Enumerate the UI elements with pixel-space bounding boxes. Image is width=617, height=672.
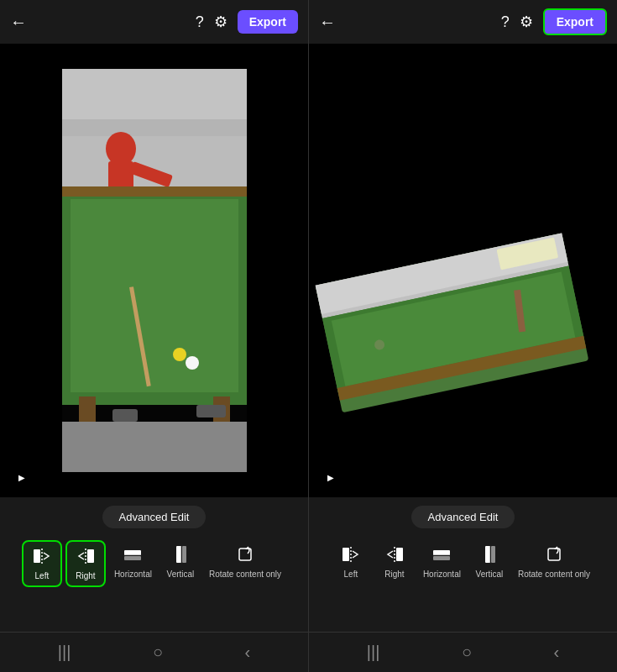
right-nav-back-icon[interactable]: ‹ — [554, 643, 560, 662]
left-nav: ||| ○ ‹ — [0, 633, 308, 672]
right-tool-label: Right — [76, 571, 95, 580]
svg-rect-51 — [491, 546, 495, 563]
svg-rect-39 — [182, 546, 186, 563]
right-flip-left-tool[interactable]: Left — [331, 540, 371, 584]
right-tools-row: Left Right — [309, 540, 617, 584]
right-flip-right-icon — [385, 545, 404, 566]
horizontal-tool-label: Horizontal — [114, 570, 152, 579]
right-video-content — [309, 44, 594, 447]
right-flip-right-tool[interactable]: Right — [374, 540, 415, 584]
left-flip-right-tool[interactable]: Right — [65, 540, 106, 587]
flip-left-icon — [33, 547, 51, 568]
left-play-button[interactable]: ▶ — [10, 465, 34, 489]
right-advanced-edit-button[interactable]: Advanced Edit — [411, 506, 515, 528]
left-settings-button[interactable]: ⚙ — [214, 13, 227, 31]
right-horizontal-icon — [432, 545, 451, 566]
svg-rect-43 — [342, 548, 349, 561]
right-settings-button[interactable]: ⚙ — [520, 13, 533, 31]
svg-rect-31 — [34, 549, 40, 563]
right-panel: ← ? ⚙ Export — [308, 0, 617, 497]
left-back-button[interactable]: ← — [10, 13, 27, 32]
left-header-icons: ? ⚙ Export — [196, 10, 298, 34]
right-back-button[interactable]: ← — [319, 13, 336, 32]
right-rotate-content-label: Rotate content only — [518, 570, 590, 579]
left-video-area: ▶ — [0, 44, 308, 497]
right-horizontal-tool[interactable]: Horizontal — [418, 540, 466, 584]
left-tool-label: Left — [35, 571, 50, 580]
right-flip-left-icon — [342, 545, 360, 566]
svg-rect-33 — [87, 549, 94, 563]
svg-rect-20 — [309, 44, 594, 254]
nav-bar: ||| ○ ‹ ||| ○ ‹ — [0, 632, 617, 672]
right-nav: ||| ○ ‹ — [308, 633, 617, 672]
main-panels: ← ? ⚙ Export — [0, 0, 617, 497]
left-advanced-edit-button[interactable]: Advanced Edit — [102, 506, 207, 528]
right-header: ← ? ⚙ Export — [309, 0, 617, 44]
vertical-icon — [171, 545, 190, 566]
left-panel: ← ? ⚙ Export — [0, 0, 308, 497]
right-play-button[interactable]: ▶ — [319, 465, 342, 489]
right-vertical-tool[interactable]: Vertical — [469, 540, 510, 584]
bottom-section: Advanced Edit Left — [0, 497, 617, 632]
right-header-icons: ? ⚙ Export — [501, 8, 607, 35]
right-help-button[interactable]: ? — [501, 13, 510, 31]
left-nav-back-icon[interactable]: ‹ — [245, 643, 251, 662]
right-horizontal-label: Horizontal — [423, 570, 461, 579]
right-rotate-content-icon — [545, 545, 563, 566]
left-vertical-tool[interactable]: Vertical — [160, 540, 201, 584]
left-tools-row: Left Right — [0, 540, 308, 587]
right-left-label: Left — [344, 570, 358, 579]
left-nav-home-icon[interactable]: ○ — [153, 643, 163, 662]
rotate-content-tool-label: Rotate content only — [209, 570, 281, 579]
left-nav-recent-icon[interactable]: ||| — [58, 643, 71, 662]
horizontal-icon — [123, 545, 142, 566]
rotate-content-icon — [236, 545, 254, 566]
left-export-button[interactable]: Export — [238, 10, 298, 34]
right-export-button[interactable]: Export — [543, 8, 607, 35]
left-flip-left-tool[interactable]: Left — [22, 540, 62, 587]
right-right-label: Right — [384, 570, 404, 579]
right-nav-recent-icon[interactable]: ||| — [367, 643, 380, 662]
svg-rect-36 — [124, 556, 141, 560]
svg-rect-48 — [433, 556, 450, 560]
vertical-tool-label: Vertical — [167, 570, 195, 579]
right-rotate-content-tool[interactable]: Rotate content only — [513, 540, 595, 584]
right-nav-home-icon[interactable]: ○ — [462, 643, 472, 662]
right-bottom-panel: Advanced Edit Left — [308, 497, 617, 632]
left-bottom-panel: Advanced Edit Left — [0, 497, 308, 632]
right-vertical-label: Vertical — [476, 570, 504, 579]
svg-rect-19 — [62, 69, 247, 472]
right-vertical-icon — [480, 545, 499, 566]
left-header: ← ? ⚙ Export — [0, 0, 308, 44]
left-rotate-content-tool[interactable]: Rotate content only — [204, 540, 286, 584]
left-video-content — [62, 69, 247, 472]
flip-right-icon — [76, 547, 95, 568]
left-horizontal-tool[interactable]: Horizontal — [109, 540, 157, 584]
svg-rect-45 — [396, 548, 403, 561]
left-help-button[interactable]: ? — [196, 13, 204, 31]
right-video-area: ▶ — [309, 44, 617, 497]
